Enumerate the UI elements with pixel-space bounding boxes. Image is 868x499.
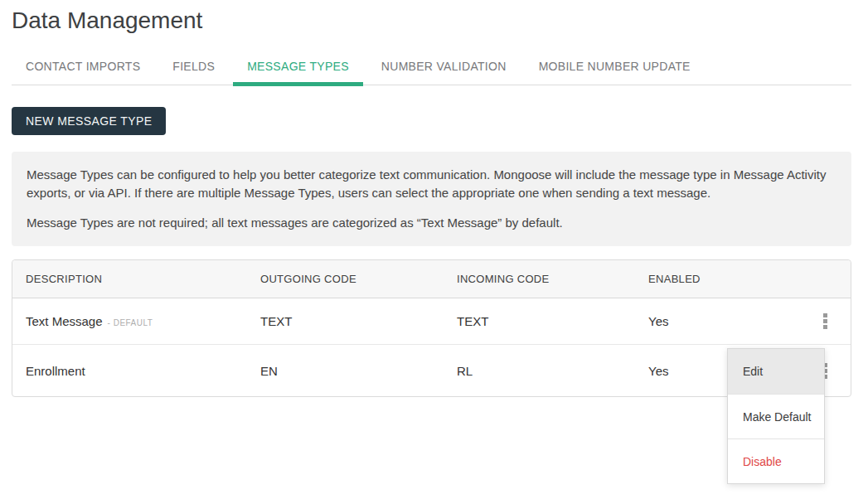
column-header-incoming-code: INCOMING CODE bbox=[457, 273, 648, 285]
incoming-code-value: RL bbox=[457, 364, 648, 378]
outgoing-code-value: TEXT bbox=[260, 314, 457, 328]
outgoing-code-value: EN bbox=[260, 364, 457, 378]
tab-mobile-number-update[interactable]: MOBILE NUMBER UPDATE bbox=[525, 51, 705, 85]
new-message-type-button[interactable]: NEW MESSAGE TYPE bbox=[12, 107, 166, 135]
message-type-description: Enrollment bbox=[26, 364, 85, 378]
tab-message-types[interactable]: MESSAGE TYPES bbox=[233, 51, 363, 85]
table-row-enrollment: Enrollment EN RL Yes bbox=[12, 345, 851, 396]
menu-item-edit[interactable]: Edit bbox=[728, 349, 824, 394]
menu-item-make-default[interactable]: Make Default bbox=[728, 394, 824, 438]
data-management-page: Data Management CONTACT IMPORTS FIELDS M… bbox=[0, 0, 868, 499]
tab-number-validation[interactable]: NUMBER VALIDATION bbox=[367, 51, 521, 85]
tab-contact-imports[interactable]: CONTACT IMPORTS bbox=[12, 51, 154, 85]
kebab-menu-icon[interactable] bbox=[820, 310, 831, 332]
column-header-enabled: ENABLED bbox=[648, 273, 798, 285]
table-header-row: DESCRIPTION OUTGOING CODE INCOMING CODE … bbox=[12, 260, 851, 298]
table-row-text-message: Text Message - DEFAULT TEXT TEXT Yes bbox=[12, 298, 851, 345]
info-paragraph-1: Message Types can be configured to help … bbox=[27, 166, 830, 202]
tab-fields[interactable]: FIELDS bbox=[158, 51, 229, 85]
default-badge: - DEFAULT bbox=[108, 318, 153, 327]
incoming-code-value: TEXT bbox=[457, 314, 648, 328]
message-types-table: DESCRIPTION OUTGOING CODE INCOMING CODE … bbox=[12, 259, 851, 397]
row-actions-context-menu: Edit Make Default Disable bbox=[727, 348, 825, 484]
menu-item-disable[interactable]: Disable bbox=[728, 438, 824, 483]
info-paragraph-2: Message Types are not required; all text… bbox=[27, 214, 830, 232]
enabled-value: Yes bbox=[648, 314, 798, 328]
message-type-description: Text Message bbox=[26, 314, 103, 328]
column-header-description: DESCRIPTION bbox=[12, 273, 260, 285]
page-title: Data Management bbox=[12, 5, 851, 36]
tab-bar: CONTACT IMPORTS FIELDS MESSAGE TYPES NUM… bbox=[12, 51, 851, 85]
column-header-outgoing-code: OUTGOING CODE bbox=[260, 273, 457, 285]
message-types-info-box: Message Types can be configured to help … bbox=[12, 152, 851, 246]
